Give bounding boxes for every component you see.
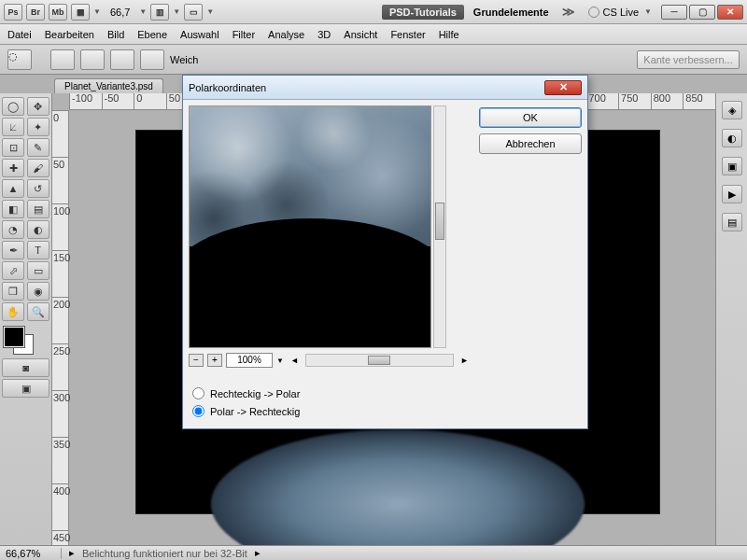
quickmask-icon[interactable]: ◙ [2,358,49,377]
workspace-psdtut[interactable]: PSD-Tutorials [382,5,464,20]
status-arrow-icon[interactable]: ▸ [69,547,75,559]
active-tool-icon[interactable]: ◌ [7,49,32,70]
canvas-planet-content [211,429,585,545]
menu-ansicht[interactable]: Ansicht [344,29,377,40]
cancel-button[interactable]: Abbrechen [479,133,582,154]
lasso-tool-icon[interactable]: ⟀ [2,118,24,136]
refine-edge-button[interactable]: Kante verbessern... [637,50,740,69]
layout-icon[interactable]: ▦ [71,4,90,21]
bridge-icon[interactable]: Br [26,4,45,21]
screenmode-arrow[interactable]: ▼ [206,7,214,16]
preview-vscroll[interactable] [433,105,446,348]
preview-hscroll-thumb[interactable] [368,356,390,365]
feather-label: Weich [170,54,198,65]
menu-bearbeiten[interactable]: Bearbeiten [45,29,94,40]
preview-zoom-value[interactable]: 100% [226,353,273,368]
cslive-icon [588,7,599,18]
preview-vscroll-thumb[interactable] [435,203,444,240]
window-maximize[interactable]: ▢ [689,5,715,20]
workspace-grund[interactable]: Grundelemente [468,7,555,18]
zoom-tool-icon[interactable]: 🔍 [27,302,49,321]
ok-button[interactable]: OK [479,107,582,128]
hscroll-left-icon[interactable]: ◄ [288,356,302,365]
gradient-tool-icon[interactable]: ▤ [27,200,49,218]
paths-panel-icon[interactable]: ▣ [722,157,742,175]
history-brush-icon[interactable]: ↺ [27,179,49,198]
screenmode-icon[interactable]: ▣ [2,379,49,398]
dialog-title: Polarkoordinaten [189,82,266,93]
3d-tool-icon[interactable]: ❒ [2,282,24,301]
eyedropper-tool-icon[interactable]: ✎ [27,138,49,157]
type-tool-icon[interactable]: T [27,241,49,259]
radio-rect-to-polar-input[interactable] [192,387,204,399]
eraser-tool-icon[interactable]: ◧ [2,200,24,218]
blur-tool-icon[interactable]: ◔ [2,220,24,239]
layers-panel-icon[interactable]: ◈ [722,101,742,119]
color-swatches[interactable] [2,327,49,357]
dialog-titlebar[interactable]: Polarkoordinaten ✕ [183,76,587,100]
workspace-more[interactable]: ≫ [558,5,579,19]
menu-fenster[interactable]: Fenster [390,29,425,40]
status-arrow2-icon[interactable]: ▸ [255,547,261,559]
marquee-tool-icon[interactable]: ◯ [2,97,24,116]
selmode-int-icon[interactable] [140,49,164,70]
history-panel-icon[interactable]: ▶ [722,185,742,203]
polar-coordinates-dialog: Polarkoordinaten ✕ − + 100% ▼ ◄ ► Re [182,75,588,429]
menubar: Datei Bearbeiten Bild Ebene Auswahl Filt… [0,24,747,45]
menu-3d[interactable]: 3D [317,29,331,40]
3dcamera-tool-icon[interactable]: ◉ [27,282,49,301]
panels-dock: ◈ ◐ ▣ ▶ ▤ [715,93,747,545]
preview-zoom-out[interactable]: − [189,354,204,367]
pen-tool-icon[interactable]: ✒ [2,241,24,259]
actions-panel-icon[interactable]: ▤ [722,213,742,231]
preview-zoom-dropdown[interactable]: ▼ [276,357,284,365]
fg-color-swatch[interactable] [4,327,24,347]
window-minimize[interactable]: ─ [661,5,687,20]
document-tab[interactable]: Planet_Variante3.psd [54,78,163,93]
move-tool-icon[interactable]: ✥ [27,97,49,116]
brush-tool-icon[interactable]: 🖌 [27,159,49,177]
status-message: Belichtung funktioniert nur bei 32-Bit [82,548,247,559]
screenmode-icon[interactable]: ▭ [184,4,203,21]
ps-icon[interactable]: Ps [4,4,22,21]
stamp-tool-icon[interactable]: ▲ [2,179,24,198]
titlebar: Ps Br Mb ▦ ▼ 66,7 ▼ ▥ ▼ ▭ ▼ PSD-Tutorial… [0,0,747,24]
path-tool-icon[interactable]: ⬀ [2,261,24,280]
zoom-arrow[interactable]: ▼ [139,7,147,16]
cslive[interactable]: CS Live▼ [583,7,657,18]
menu-filter[interactable]: Filter [233,29,255,40]
crop-tool-icon[interactable]: ⊡ [2,138,24,157]
radio-rect-to-polar[interactable]: Rechteckig -> Polar [192,387,472,399]
preview-hscroll[interactable] [305,354,454,367]
selmode-sub-icon[interactable] [110,49,134,70]
menu-bild[interactable]: Bild [107,29,124,40]
layout-arrow[interactable]: ▼ [93,7,101,16]
heal-tool-icon[interactable]: ✚ [2,159,24,177]
radio-polar-to-rect[interactable]: Polar -> Rechteckig [192,405,472,417]
dodge-tool-icon[interactable]: ◐ [27,220,49,239]
arrange-icon[interactable]: ▥ [150,4,169,21]
hand-tool-icon[interactable]: ✋ [2,302,24,321]
window-close[interactable]: ✕ [717,5,743,20]
channels-panel-icon[interactable]: ◐ [722,129,742,147]
status-zoom[interactable]: 66,67% [6,548,62,559]
selmode-add-icon[interactable] [80,49,105,70]
statusbar: 66,67% ▸ Belichtung funktioniert nur bei… [0,545,747,560]
dialog-close-button[interactable]: ✕ [544,80,582,95]
shape-tool-icon[interactable]: ▭ [27,261,49,280]
arrange-arrow[interactable]: ▼ [173,7,180,16]
menu-auswahl[interactable]: Auswahl [180,29,219,40]
title-zoom[interactable]: 66,7 [105,7,135,18]
selmode-new-icon[interactable] [50,49,75,70]
menu-hilfe[interactable]: Hilfe [439,29,459,40]
menu-analyse[interactable]: Analyse [268,29,304,40]
preview-zoom-in[interactable]: + [207,354,222,367]
radio-polar-to-rect-input[interactable] [192,405,204,417]
hscroll-right-icon[interactable]: ► [458,356,472,365]
minibridge-icon[interactable]: Mb [49,4,67,21]
menu-ebene[interactable]: Ebene [137,29,167,40]
dialog-preview[interactable] [189,105,431,348]
options-bar: ◌ Weich Kante verbessern... [0,45,747,75]
menu-datei[interactable]: Datei [7,29,32,40]
wand-tool-icon[interactable]: ✦ [27,118,49,136]
